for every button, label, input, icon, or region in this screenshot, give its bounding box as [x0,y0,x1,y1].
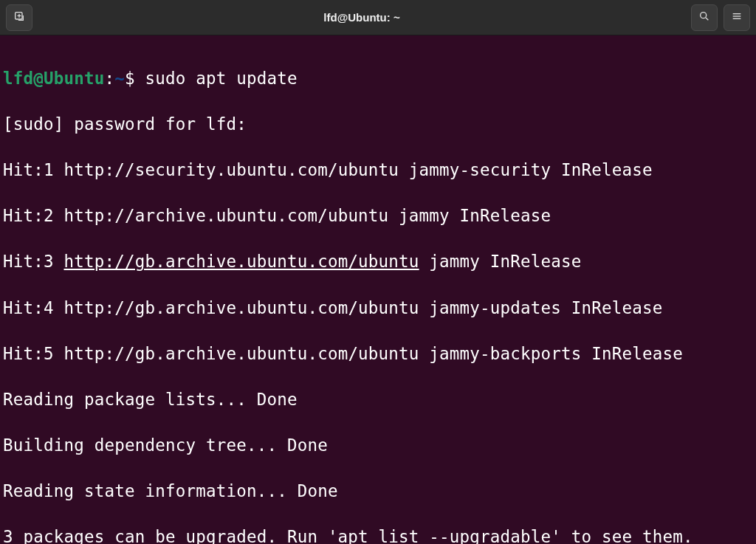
output-sudo-password: [sudo] password for lfd: [3,113,753,136]
prompt-line-1: lfd@Ubuntu:~$ sudo apt update [3,67,753,90]
new-tab-button[interactable] [6,4,32,31]
repo-url: http://security.ubuntu.com/ubuntu [63,160,399,179]
output-hit-5: Hit:5 http://gb.archive.ubuntu.com/ubunt… [3,342,753,365]
new-tab-icon [13,10,25,25]
svg-line-2 [706,18,708,20]
repo-url: http://archive.ubuntu.com/ubuntu [63,206,388,225]
repo-url: http://gb.archive.ubuntu.com/ubuntu [63,252,419,271]
menu-button[interactable] [724,4,750,31]
prompt-path: ~ [114,69,125,88]
output-hit-3: Hit:3 http://gb.archive.ubuntu.com/ubunt… [3,250,753,273]
output-hit-4: Hit:4 http://gb.archive.ubuntu.com/ubunt… [3,297,753,320]
hamburger-icon [731,10,743,25]
output-building-dep: Building dependency tree... Done [3,434,753,457]
repo-url: http://gb.archive.ubuntu.com/ubuntu [63,344,419,363]
prompt-user-host: lfd@Ubuntu [3,69,104,88]
output-reading-state: Reading state information... Done [3,480,753,503]
window-titlebar: lfd@Ubuntu: ~ [0,0,756,35]
search-button[interactable] [691,4,718,31]
command-1: sudo apt update [145,69,297,88]
search-icon [698,10,710,25]
prompt-dollar: $ [125,69,145,88]
output-upgradable: 3 packages can be upgraded. Run 'apt lis… [3,526,753,544]
repo-url: http://gb.archive.ubuntu.com/ubuntu [63,298,419,317]
prompt-colon: : [104,69,114,88]
output-hit-2: Hit:2 http://archive.ubuntu.com/ubuntu j… [3,204,753,227]
terminal-output[interactable]: lfd@Ubuntu:~$ sudo apt update [sudo] pas… [0,35,756,544]
output-hit-1: Hit:1 http://security.ubuntu.com/ubuntu … [3,159,753,182]
output-reading-pkg: Reading package lists... Done [3,388,753,411]
window-title: lfd@Ubuntu: ~ [38,11,685,24]
svg-point-1 [701,12,707,18]
